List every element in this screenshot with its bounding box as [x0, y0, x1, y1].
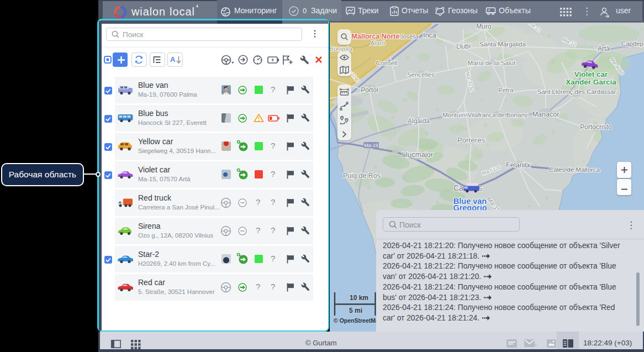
svg-text:Xander García: Xander García — [566, 78, 616, 86]
svg-text:Petra: Petra — [498, 87, 514, 93]
svg-text:Sant Llorenç des Cardassar: Sant Llorenç des Cardassar — [537, 88, 616, 95]
svg-text:Lloseta: Lloseta — [398, 33, 419, 40]
svg-text:Cales de Mallorca: Cales de Mallorca — [549, 166, 600, 173]
svg-text:Ma-19: Ma-19 — [364, 143, 378, 148]
svg-text:Montuïri: Montuïri — [442, 112, 466, 118]
svg-text:Mallorca Norte: Mallorca Norte — [352, 33, 400, 40]
svg-text:Santa Margalida: Santa Margalida — [479, 41, 526, 48]
svg-text:Porreres: Porreres — [457, 136, 485, 144]
svg-text:Alaró: Alaró — [371, 40, 386, 46]
svg-text:Puig de Ros: Puig de Ros — [343, 172, 381, 180]
svg-text:Llucmajor: Llucmajor — [402, 150, 434, 159]
svg-text:10 km: 10 km — [350, 294, 368, 302]
svg-text:Consell: Consell — [376, 60, 397, 66]
svg-text:Felanitx: Felanitx — [506, 161, 531, 169]
svg-text:Llubí: Llubí — [456, 43, 471, 50]
svg-text:Violet car: Violet car — [574, 70, 608, 78]
svg-text:Manacor: Manacor — [532, 111, 559, 118]
svg-text:Portocristo: Portocristo — [580, 123, 612, 131]
svg-text:Inca: Inca — [423, 31, 436, 39]
svg-text:Maria de la Salut: Maria de la Salut — [468, 60, 516, 66]
svg-text:Ca: Ca — [453, 183, 463, 192]
svg-text:Artà: Artà — [598, 45, 610, 52]
svg-text:Muro: Muro — [476, 24, 492, 30]
svg-text:Sencelles: Sencelles — [407, 71, 435, 78]
svg-text:Pòrtol: Pòrtol — [361, 86, 378, 94]
svg-text:Vilafranca de Bonany: Vilafranca de Bonany — [467, 112, 527, 118]
svg-text:Capdepe: Capdepe — [621, 40, 644, 47]
svg-text:5 mi: 5 mi — [349, 307, 362, 314]
svg-text:Algaida: Algaida — [408, 117, 430, 125]
